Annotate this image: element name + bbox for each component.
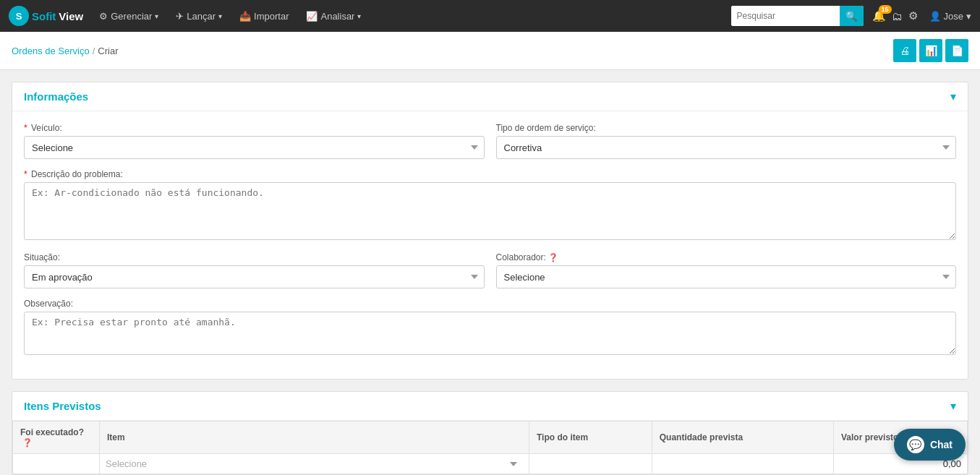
situacao-col: Situação: Em aprovação Aprovada Em execu… bbox=[24, 252, 485, 288]
action-buttons: 🖨 📊 📄 bbox=[893, 39, 968, 62]
brand-view: View bbox=[59, 10, 83, 22]
td-item: Selecione bbox=[100, 454, 529, 474]
itens-table: Foi executado? ❓ Item Tipo do item Quant… bbox=[12, 421, 968, 474]
itens-previstos-toggle[interactable]: ▾ bbox=[950, 399, 956, 413]
chevron-down-icon: ▾ bbox=[218, 12, 222, 20]
chevron-down-icon: ▾ bbox=[357, 12, 361, 20]
action-btn-1[interactable]: 🖨 bbox=[893, 39, 916, 62]
documents-icon[interactable]: 🗂 bbox=[892, 10, 903, 22]
tipo-ordem-select[interactable]: Corretiva Preventiva Preditiva bbox=[496, 136, 957, 159]
itens-previstos-title: Itens Previstos bbox=[24, 400, 101, 412]
situacao-label: Situação: bbox=[24, 252, 485, 262]
veiculo-col: * Veículo: Selecione bbox=[24, 123, 485, 159]
main-content: Informações ▾ * Veículo: Selecione Tipo … bbox=[0, 70, 980, 475]
itens-previstos-section: Itens Previstos ▾ Foi executado? ❓ Item … bbox=[12, 391, 968, 475]
search-input[interactable] bbox=[731, 6, 840, 26]
form-row-situacao-colaborador: Situação: Em aprovação Aprovada Em execu… bbox=[24, 252, 956, 288]
chat-button[interactable]: 💬 Chat bbox=[894, 429, 966, 461]
search-box: 🔍 bbox=[731, 6, 864, 26]
itens-previstos-header: Itens Previstos ▾ bbox=[12, 392, 968, 421]
observacao-textarea[interactable] bbox=[24, 312, 956, 355]
breadcrumb-current: Criar bbox=[98, 46, 118, 56]
veiculo-select[interactable]: Selecione bbox=[24, 136, 485, 159]
descricao-label: * Descrição do problema: bbox=[24, 169, 956, 179]
chat-icon: 💬 bbox=[907, 436, 924, 453]
search-button[interactable]: 🔍 bbox=[840, 6, 864, 26]
th-quantidade-prevista: Quantidade prevista bbox=[652, 421, 833, 454]
notifications-icon[interactable]: 🔔 15 bbox=[872, 9, 886, 22]
chevron-down-icon: ▾ bbox=[155, 12, 158, 20]
chat-label: Chat bbox=[930, 439, 953, 450]
form-row-observacao: Observação: bbox=[24, 299, 956, 357]
breadcrumb: Ordens de Serviço / Criar bbox=[12, 46, 118, 56]
th-item: Item bbox=[100, 421, 529, 454]
settings-icon[interactable]: ⚙ bbox=[908, 9, 918, 22]
informacoes-toggle[interactable]: ▾ bbox=[950, 90, 956, 103]
tipo-ordem-col: Tipo de ordem de serviço: Corretiva Prev… bbox=[496, 123, 957, 159]
brand-logo-area: S Sofit View bbox=[9, 6, 83, 26]
td-foi-executado bbox=[13, 454, 100, 474]
tipo-ordem-label: Tipo de ordem de serviço: bbox=[496, 123, 957, 133]
form-row-descricao: * Descrição do problema: bbox=[24, 169, 956, 242]
action-btn-2[interactable]: 📊 bbox=[919, 39, 942, 62]
observacao-label: Observação: bbox=[24, 299, 956, 309]
foi-executado-help-icon[interactable]: ❓ bbox=[22, 438, 33, 447]
colaborador-col: Colaborador: ❓ Selecione bbox=[496, 252, 957, 288]
notifications-badge: 15 bbox=[879, 5, 892, 14]
informacoes-body: * Veículo: Selecione Tipo de ordem de se… bbox=[12, 111, 968, 379]
informacoes-title: Informações bbox=[24, 90, 88, 103]
observacao-col: Observação: bbox=[24, 299, 956, 357]
descricao-textarea[interactable] bbox=[24, 182, 956, 240]
brand-sofit: Sofit bbox=[32, 10, 56, 22]
nav-gerenciar[interactable]: ⚙ Gerenciar ▾ bbox=[92, 0, 166, 32]
veiculo-label: * Veículo: bbox=[24, 123, 485, 133]
colaborador-select[interactable]: Selecione bbox=[496, 265, 957, 288]
table-row: Selecione 0,00 bbox=[13, 454, 968, 474]
form-row-veiculo-tipo: * Veículo: Selecione Tipo de ordem de se… bbox=[24, 123, 956, 159]
chevron-down-icon: ▾ bbox=[966, 11, 971, 22]
item-select[interactable]: Selecione bbox=[106, 458, 523, 469]
informacoes-section: Informações ▾ * Veículo: Selecione Tipo … bbox=[12, 82, 968, 380]
brand-icon: S bbox=[9, 6, 29, 26]
colaborador-label: Colaborador: ❓ bbox=[496, 252, 957, 262]
th-tipo-item: Tipo do item bbox=[529, 421, 652, 454]
th-foi-executado: Foi executado? ❓ bbox=[13, 421, 100, 454]
breadcrumb-bar: Ordens de Serviço / Criar 🖨 📊 📄 bbox=[0, 32, 980, 70]
breadcrumb-separator: / bbox=[93, 46, 95, 56]
nav-analisar[interactable]: 📈 Analisar ▾ bbox=[299, 0, 368, 32]
colaborador-help-icon[interactable]: ❓ bbox=[548, 253, 558, 262]
descricao-col: * Descrição do problema: bbox=[24, 169, 956, 242]
breadcrumb-parent-link[interactable]: Ordens de Serviço bbox=[12, 46, 90, 56]
top-navigation: S Sofit View ⚙ Gerenciar ▾ ✈ Lançar ▾ 📥 … bbox=[0, 0, 980, 32]
nav-lancar[interactable]: ✈ Lançar ▾ bbox=[169, 0, 229, 32]
table-header-row: Foi executado? ❓ Item Tipo do item Quant… bbox=[13, 421, 968, 454]
nav-importar[interactable]: 📥 Importar bbox=[232, 0, 296, 32]
action-btn-3[interactable]: 📄 bbox=[945, 39, 968, 62]
user-menu[interactable]: 👤 Jose ▾ bbox=[929, 11, 971, 22]
itens-previstos-body: Foi executado? ❓ Item Tipo do item Quant… bbox=[12, 421, 968, 474]
td-quantidade bbox=[652, 454, 833, 474]
nav-icons: 🔔 15 🗂 ⚙ 👤 Jose ▾ bbox=[872, 9, 971, 22]
td-tipo-item bbox=[529, 454, 652, 474]
informacoes-header: Informações ▾ bbox=[12, 82, 968, 111]
situacao-select[interactable]: Em aprovação Aprovada Em execução Conclu… bbox=[24, 265, 485, 288]
